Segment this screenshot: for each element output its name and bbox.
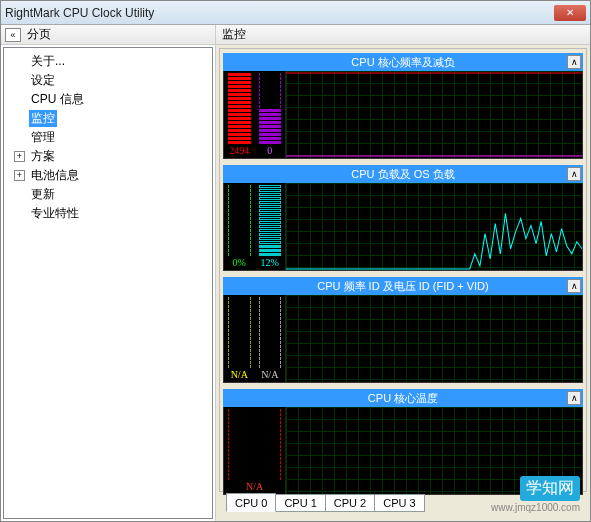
bar-col-1: 0 — [255, 71, 286, 158]
expander-icon[interactable]: + — [14, 151, 25, 162]
watermark-text: 学知网 — [520, 476, 580, 501]
nav-item-label: CPU 信息 — [29, 91, 86, 108]
chevron-up-icon[interactable]: ∧ — [567, 279, 581, 293]
nav-item-label: 方案 — [29, 148, 57, 165]
chart-title-label: CPU 负载及 OS 负载 — [351, 167, 454, 182]
left-header-label: 分页 — [27, 26, 51, 43]
nav-item-6[interactable]: +电池信息 — [6, 166, 210, 185]
bar-meter — [228, 409, 281, 480]
nav-item-5[interactable]: +方案 — [6, 147, 210, 166]
window-title: RightMark CPU Clock Utility — [5, 6, 554, 20]
bar-meter — [228, 297, 251, 368]
main-content: « 分页 关于...设定CPU 信息监控管理+方案+电池信息更新专业特性 监控 … — [1, 25, 590, 521]
right-header-label: 监控 — [222, 26, 246, 43]
chart-title-label: CPU 频率 ID 及电压 ID (FID + VID) — [317, 279, 488, 294]
bar-col-0: 0% — [224, 183, 255, 270]
chart-title: CPU 核心频率及减负∧ — [223, 53, 583, 71]
nav-item-label: 管理 — [29, 129, 57, 146]
chevron-up-icon[interactable]: ∧ — [567, 55, 581, 69]
left-header: « 分页 — [1, 25, 215, 45]
nav-item-label: 专业特性 — [29, 205, 81, 222]
chart-body: 0%12% — [223, 183, 583, 271]
nav-item-0[interactable]: 关于... — [6, 52, 210, 71]
bar-label: 2494 — [226, 144, 253, 158]
nav-item-label: 更新 — [29, 186, 57, 203]
titlebar: RightMark CPU Clock Utility ✕ — [1, 1, 590, 25]
nav-item-label: 电池信息 — [29, 167, 81, 184]
bar-meter — [228, 185, 251, 256]
chart-line-svg — [286, 71, 582, 158]
nav-item-7[interactable]: 更新 — [6, 185, 210, 204]
cpu-tab-2[interactable]: CPU 2 — [325, 494, 375, 512]
bar-col-1: N/A — [255, 295, 286, 382]
chart-panel-1: CPU 负载及 OS 负载∧0%12% — [223, 165, 583, 271]
bar-meter — [259, 185, 282, 256]
chart-title-label: CPU 核心频率及减负 — [351, 55, 454, 70]
nav-item-8[interactable]: 专业特性 — [6, 204, 210, 223]
bar-meter — [259, 73, 282, 144]
chevron-up-icon[interactable]: ∧ — [567, 391, 581, 405]
bar-label: 0 — [257, 144, 284, 158]
nav-tree: 关于...设定CPU 信息监控管理+方案+电池信息更新专业特性 — [3, 47, 213, 519]
chart-title: CPU 频率 ID 及电压 ID (FID + VID)∧ — [223, 277, 583, 295]
bar-label: 12% — [257, 256, 284, 270]
monitor-groupbox: CPU 核心频率及减负∧24940CPU 负载及 OS 负载∧0%12%CPU … — [219, 48, 587, 492]
chart-bars: 0%12% — [224, 183, 286, 270]
bar-label: N/A — [226, 368, 253, 382]
chart-bars: N/AN/A — [224, 295, 286, 382]
nav-item-label: 关于... — [29, 53, 67, 70]
bar-label: N/A — [257, 368, 284, 382]
nav-item-label: 设定 — [29, 72, 57, 89]
cpu-tab-0[interactable]: CPU 0 — [226, 493, 276, 512]
monitor-area: CPU 核心频率及减负∧24940CPU 负载及 OS 负载∧0%12%CPU … — [216, 45, 590, 521]
left-pane: « 分页 关于...设定CPU 信息监控管理+方案+电池信息更新专业特性 — [1, 25, 216, 521]
chart-line-svg — [286, 183, 582, 270]
chart-body: N/AN/A — [223, 295, 583, 383]
right-pane: 监控 CPU 核心频率及减负∧24940CPU 负载及 OS 负载∧0%12%C… — [216, 25, 590, 521]
chart-graph — [286, 183, 582, 270]
expander-icon[interactable]: + — [14, 170, 25, 181]
bar-label: 0% — [226, 256, 253, 270]
cpu-tab-3[interactable]: CPU 3 — [374, 494, 424, 512]
collapse-left-button[interactable]: « — [5, 28, 21, 42]
nav-item-label: 监控 — [29, 110, 57, 127]
bar-col-1: 12% — [255, 183, 286, 270]
chart-bars: 24940 — [224, 71, 286, 158]
cpu-tab-1[interactable]: CPU 1 — [275, 494, 325, 512]
close-button[interactable]: ✕ — [554, 5, 586, 21]
chart-title: CPU 核心温度∧ — [223, 389, 583, 407]
bar-meter — [228, 73, 251, 144]
bar-col-0: N/A — [224, 295, 255, 382]
nav-item-1[interactable]: 设定 — [6, 71, 210, 90]
chart-graph — [286, 295, 582, 382]
bar-meter — [259, 297, 282, 368]
right-header: 监控 — [216, 25, 590, 45]
chart-panel-0: CPU 核心频率及减负∧24940 — [223, 53, 583, 159]
chart-panel-2: CPU 频率 ID 及电压 ID (FID + VID)∧N/AN/A — [223, 277, 583, 383]
bar-label: N/A — [226, 480, 283, 494]
chart-bars: N/A — [224, 407, 286, 494]
nav-item-4[interactable]: 管理 — [6, 128, 210, 147]
chart-title-label: CPU 核心温度 — [368, 391, 438, 406]
cpu-tabs: CPU 0CPU 1CPU 2CPU 3 — [224, 493, 426, 513]
chevron-up-icon[interactable]: ∧ — [567, 167, 581, 181]
bar-col-0: N/A — [224, 407, 285, 494]
bar-col-0: 2494 — [224, 71, 255, 158]
chart-graph — [286, 71, 582, 158]
chart-body: 24940 — [223, 71, 583, 159]
nav-item-2[interactable]: CPU 信息 — [6, 90, 210, 109]
nav-item-3[interactable]: 监控 — [6, 109, 210, 128]
watermark-url: www.jmqz1000.com — [491, 502, 580, 513]
chart-title: CPU 负载及 OS 负载∧ — [223, 165, 583, 183]
chart-line-svg — [286, 295, 582, 382]
watermark: 学知网 www.jmqz1000.com — [491, 476, 580, 513]
